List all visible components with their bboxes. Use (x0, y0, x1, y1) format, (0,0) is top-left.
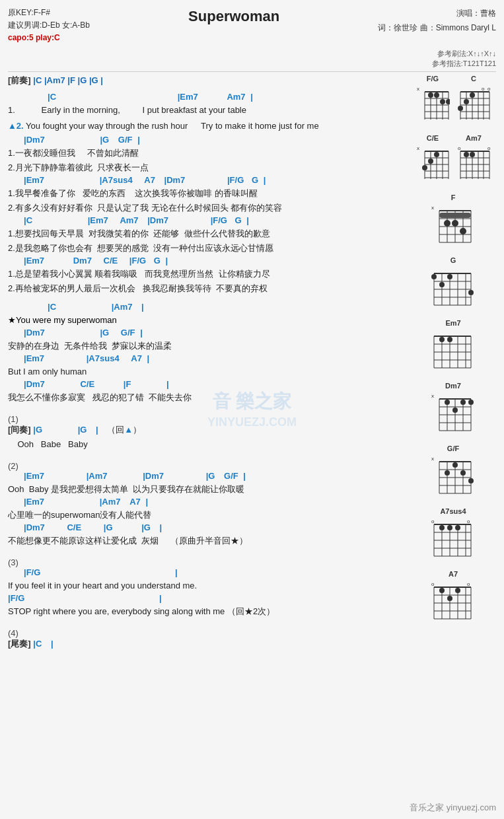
original-key: 原KEY:F-F# (8, 7, 90, 19)
credits: 词：徐世珍 曲：Simmons Daryl L (378, 21, 496, 36)
svg-point-87 (447, 274, 452, 279)
svg-point-73 (452, 220, 458, 227)
svg-point-13 (440, 99, 445, 104)
suggested-key: 建议男调:D-Eb 女:A-Bb (8, 19, 90, 32)
section2-chord-line3: |Dm7 C/E |G |G | (8, 522, 405, 532)
section-3-label: (3) (8, 557, 405, 567)
chord-diagram-Em7: Em7 (410, 319, 496, 375)
section3-lyric1: If you feel it in your heart and you und… (8, 579, 405, 593)
svg-text:o: o (467, 581, 470, 587)
svg-point-44 (428, 159, 433, 164)
chord-diagram-GF: G/F x (410, 445, 496, 501)
verse1-chord-line1: |C |Em7 Am7 | (8, 92, 405, 102)
section2-lyric2: 心里唯一的superwoman没有人能代替 (8, 508, 405, 522)
svg-point-72 (444, 220, 450, 227)
divider (8, 71, 496, 72)
svg-point-86 (431, 274, 437, 279)
chord-C: |C (48, 92, 56, 102)
chorus-lyric4: 我怎么不懂你多寂寞 残忍的犯了错 不能失去你 (8, 390, 405, 405)
svg-point-102 (447, 337, 452, 342)
chord-Em7: |Em7 (178, 92, 198, 102)
main-content: [前奏] |C |Am7 |F |G |G | |C |Em7 Am7 | 1.… (8, 75, 496, 652)
verse1-lyric-zh3: 1.我早餐准备了你 爱吃的东西 这次换我等你被咖啡 的香味叫醒 (8, 186, 405, 201)
chorus-lyric2: 安静的在身边 无条件给我 梦寐以来的温柔 (8, 339, 405, 353)
chord-diagram-F: F x (410, 194, 496, 250)
svg-point-89 (468, 290, 474, 295)
verse1-lyric-zh8: 2.再给被宠坏的男人最后一次机会 换我忍耐换我等待 不要真的弃权 (8, 281, 405, 296)
svg-point-74 (460, 228, 466, 234)
verse1-lyric-zh1: 1.一夜都没睡但我 不曾如此清醒 (8, 146, 405, 160)
section-1-label: (1) (8, 414, 405, 424)
lyrics-section: [前奏] |C |Am7 |F |G |G | |C |Em7 Am7 | 1.… (8, 75, 405, 652)
svg-point-29 (464, 99, 469, 104)
verse1-lyric-zh7: 1.总是望着我小心翼翼 顺着我嗡吸 而我竟然理所当然 让你精疲力尽 (8, 267, 405, 281)
svg-text:o: o (467, 518, 470, 524)
svg-point-147 (447, 525, 452, 530)
svg-point-42 (422, 165, 427, 170)
prelude-section: [前奏] |C |Am7 |F |G |G | (8, 75, 405, 87)
section3-chord-line2: |F/G | (8, 593, 405, 603)
header-right: 演唱：曹格 词：徐世珍 曲：Simmons Daryl L (378, 7, 496, 45)
svg-rect-71 (439, 213, 471, 218)
verse1-lyric-line1: 1. Early in the morning, I put breakfast… (8, 103, 405, 118)
section2-lyric3: 不能想像更不能原谅这样让爱化成 灰烟 （原曲升半音回★） (8, 534, 405, 548)
svg-text:x: x (431, 205, 434, 211)
chord-diagram-row1: F/G x (410, 75, 496, 129)
svg-point-30 (458, 106, 463, 111)
svg-point-162 (439, 588, 445, 593)
chord-diagram-C: C o o (456, 75, 491, 122)
chord-diagram-Dm7: Dm7 x (410, 382, 496, 438)
svg-point-131 (468, 478, 474, 483)
verse1-lyric-zh6: 2.是我忽略了你也会有 想要哭的感觉 没有一种付出应该永远心甘情愿 (8, 241, 405, 256)
svg-text:o: o (458, 145, 461, 151)
chord-diagram-G: G (410, 256, 496, 312)
chorus-lyric1: ★You were my superwoman (8, 313, 405, 328)
section2-chord-line1: |Em7 |Am7 |Dm7 |G G/F | (8, 471, 405, 481)
svg-point-130 (460, 470, 466, 476)
section2-lyric1: Ooh Baby 是我把爱想得太简单 以为只要我存在就能让你取暖 (8, 482, 405, 497)
verse1-chord-line3: |Em7 |A7sus4 A7 |Dm7 |F/G G | (8, 175, 405, 185)
section3-chord-line1: |F/G | (8, 567, 405, 577)
svg-point-14 (446, 99, 450, 104)
chord-diagram-CE: C/E x (415, 134, 450, 182)
verse1-lyric-zh2: 2.月光下静静靠着彼此 只求夜长一点 (8, 160, 405, 175)
svg-point-28 (470, 92, 475, 98)
section-2-label: (2) (8, 461, 405, 471)
interlude-tag-line: [间奏] |G |G | （回▲） (8, 424, 405, 436)
svg-text:o: o (431, 581, 435, 587)
prelude-tag: [前奏] (8, 75, 31, 85)
song-title: Superwoman (90, 7, 378, 45)
svg-text:o: o (487, 86, 491, 92)
svg-point-59 (464, 152, 469, 157)
capo-info: capo:5 play:C (8, 32, 90, 44)
section-4-label: (4) (8, 628, 405, 638)
verse1-chord-line2: |Dm7 |G G/F | (8, 135, 405, 145)
svg-point-148 (455, 525, 460, 530)
svg-text:x: x (417, 86, 419, 92)
chorus-chord-line4: |Dm7 C/E |F | (8, 379, 405, 389)
svg-text:o: o (431, 518, 435, 524)
svg-point-116 (452, 408, 458, 413)
svg-text:x: x (431, 393, 434, 399)
performer: 演唱：曹格 (378, 7, 496, 21)
chorus-chord-line3: |Em7 |A7sus4 A7 | (8, 353, 405, 363)
outro-tag-line: [尾奏] |C | (8, 638, 405, 650)
chord-Am7: Am7 (227, 92, 245, 102)
svg-point-163 (455, 588, 460, 593)
verse1-chord-line4: |C |Em7 Am7 |Dm7 |F/G G | (8, 215, 405, 225)
svg-point-11 (428, 92, 433, 98)
svg-point-129 (452, 462, 458, 468)
svg-point-146 (439, 525, 445, 530)
svg-point-101 (439, 337, 445, 342)
chord-diagram-FG: F/G x (415, 75, 450, 122)
header: 原KEY:F-F# 建议男调:D-Eb 女:A-Bb capo:5 play:C… (8, 7, 496, 45)
svg-text:x: x (417, 145, 419, 151)
svg-point-58 (470, 152, 475, 157)
chord-diagram-A7: A7 o o (410, 570, 496, 626)
chorus-chord-line1: |C |Am7 | (8, 302, 405, 312)
svg-text:x: x (431, 456, 434, 462)
svg-point-12 (434, 92, 439, 98)
bottom-logo: 音乐之家 yinyuezj.com (410, 802, 496, 814)
chords-sidebar: F/G x (410, 75, 496, 652)
chord-bar: | (250, 92, 253, 102)
